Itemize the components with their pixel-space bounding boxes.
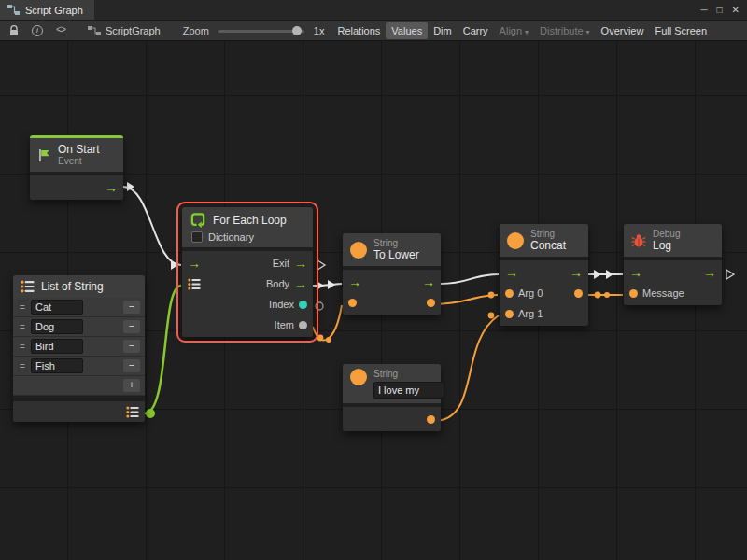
node-header: String Concat (500, 224, 588, 257)
titlebar: Script Graph ─ □ ✕ (0, 0, 747, 21)
node-list-of-string[interactable]: List of String = Cat − = Dog − = Bird − … (13, 275, 145, 422)
arg0-input-port[interactable] (505, 289, 514, 298)
body-output-port[interactable]: → (294, 277, 307, 290)
arg1-port-label: Arg 1 (518, 308, 543, 319)
result-output-port[interactable] (427, 299, 435, 307)
node-category: String (530, 229, 566, 239)
node-header: String To Lower (343, 233, 441, 266)
message-input-port[interactable] (629, 289, 638, 298)
node-string-concat[interactable]: String Concat → → Arg 0 (500, 224, 588, 326)
toolbar-button-distribute[interactable]: Distribute▾ (534, 22, 595, 39)
node-title: Concat (530, 239, 566, 252)
graph-toolbar: i <> ScriptGraph Zoom 1x Relations Value… (0, 21, 747, 41)
graph-canvas[interactable]: On Start Event → List of String = Cat (0, 41, 747, 560)
node-string-literal[interactable]: String I love my (343, 364, 441, 431)
dictionary-label: Dictionary (208, 231, 254, 243)
flow-output-port[interactable]: → (570, 266, 583, 279)
add-item-button[interactable]: + (123, 379, 140, 392)
flow-output-port[interactable]: → (703, 266, 716, 279)
node-header: Debug Log (624, 224, 722, 257)
string-type-icon (350, 369, 367, 385)
graph-breadcrumb[interactable]: ScriptGraph (88, 25, 161, 36)
body-port-label: Body (266, 278, 289, 289)
chevron-down-icon: ▾ (525, 28, 529, 36)
toolbar-button-dim[interactable]: Dim (428, 22, 458, 39)
lock-icon[interactable] (6, 25, 22, 36)
window-controls: ─ □ ✕ (693, 0, 747, 20)
flow-input-port[interactable]: → (629, 266, 642, 279)
list-row: = Cat − (13, 298, 145, 317)
node-debug-log[interactable]: Debug Log → → Message (624, 224, 722, 305)
remove-item-button[interactable]: − (123, 320, 140, 333)
exit-output-port[interactable]: → (294, 257, 307, 270)
close-button[interactable]: ✕ (732, 5, 740, 15)
value-output-port[interactable] (427, 415, 435, 424)
string-input-port[interactable] (348, 299, 357, 307)
string-type-icon (507, 232, 524, 249)
node-category: Debug (653, 229, 680, 239)
node-for-each-loop[interactable]: For Each Loop Dictionary → Exit → (182, 207, 313, 337)
list-row: = Fish − (13, 357, 145, 376)
node-header: String I love my (343, 364, 441, 403)
zoom-slider[interactable] (218, 25, 304, 36)
flow-input-port[interactable]: → (188, 257, 201, 270)
node-string-to-lower[interactable]: String To Lower → → (343, 233, 441, 315)
zoom-value: 1x (314, 25, 325, 36)
list-item-field[interactable]: Dog (31, 319, 83, 334)
item-output-port[interactable] (299, 321, 307, 329)
flow-output-port[interactable]: → (422, 275, 435, 288)
flow-input-port[interactable]: → (505, 266, 518, 279)
list-input-port[interactable] (188, 278, 201, 290)
toolbar-button-align[interactable]: Align▾ (494, 22, 534, 39)
index-port-label: Index (269, 299, 294, 310)
flow-output-port[interactable]: → (105, 181, 118, 194)
code-view-icon[interactable]: <> (52, 25, 69, 35)
zoom-label: Zoom (183, 25, 209, 36)
result-output-port[interactable] (574, 289, 583, 298)
graph-name: ScriptGraph (106, 25, 161, 36)
info-icon[interactable]: i (28, 25, 47, 36)
drag-handle-icon[interactable]: = (18, 342, 27, 352)
node-subtitle: Event (58, 156, 100, 167)
loop-icon (190, 212, 206, 228)
arg1-input-port[interactable] (505, 310, 514, 318)
arg0-port-label: Arg 0 (518, 287, 543, 299)
remove-item-button[interactable]: − (123, 340, 140, 353)
node-title: On Start (58, 143, 100, 156)
node-header: For Each Loop Dictionary (182, 207, 313, 247)
item-port-label: Item (275, 319, 294, 330)
string-value-field[interactable]: I love my (374, 382, 444, 399)
exit-port-label: Exit (273, 258, 289, 269)
drag-handle-icon[interactable]: = (18, 302, 27, 313)
toolbar-button-values[interactable]: Values (386, 22, 428, 39)
script-graph-icon (88, 26, 101, 35)
drag-handle-icon[interactable]: = (18, 361, 27, 371)
list-item-field[interactable]: Bird (31, 339, 83, 354)
toolbar-button-overview[interactable]: Overview (596, 22, 650, 39)
minimize-button[interactable]: ─ (700, 5, 707, 15)
remove-item-button[interactable]: − (123, 301, 140, 314)
zoom-slider-knob[interactable] (292, 26, 302, 35)
drag-handle-icon[interactable]: = (18, 322, 27, 332)
list-output-port[interactable] (126, 406, 139, 418)
toolbar-button-fullscreen[interactable]: Full Screen (649, 22, 712, 39)
index-output-port[interactable] (299, 301, 307, 309)
node-on-start[interactable]: On Start Event → (30, 135, 123, 200)
list-item-field[interactable]: Cat (31, 300, 83, 315)
graph-icon (7, 5, 20, 15)
remove-item-button[interactable]: − (123, 359, 140, 372)
chevron-down-icon: ▾ (586, 28, 590, 36)
string-type-icon (350, 242, 367, 259)
toolbar-button-relations[interactable]: Relations (331, 22, 386, 39)
toolbar-button-carry[interactable]: Carry (458, 22, 494, 39)
node-category: String (374, 369, 444, 379)
list-item-field[interactable]: Fish (31, 358, 83, 373)
maximize-button[interactable]: □ (717, 5, 723, 15)
list-row: = Dog − (13, 317, 145, 337)
tab-script-graph[interactable]: Script Graph (0, 0, 94, 20)
node-title: Log (653, 239, 680, 252)
node-header: List of String (13, 275, 145, 298)
dictionary-checkbox[interactable] (191, 231, 203, 243)
flow-input-port[interactable]: → (348, 275, 361, 288)
list-icon (21, 280, 35, 293)
